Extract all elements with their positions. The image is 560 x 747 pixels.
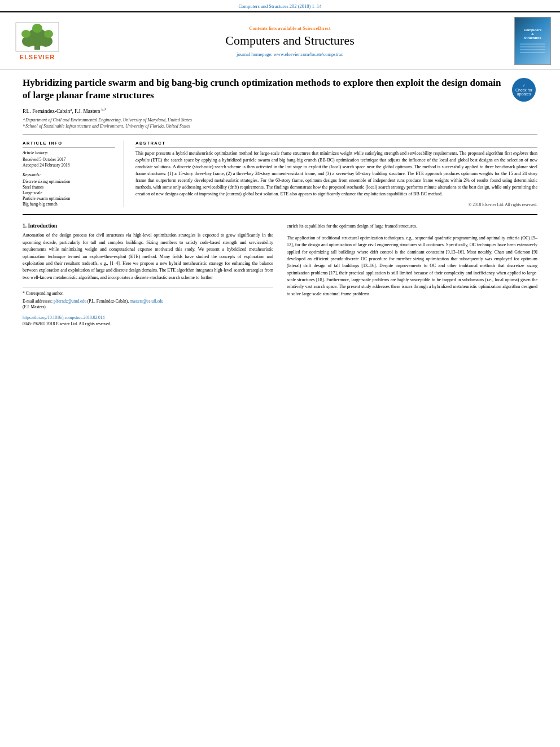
svg-point-6 — [32, 24, 42, 33]
journal-center-info: Contents lists available at ScienceDirec… — [71, 25, 509, 57]
author2-name: F.J. Masters — [75, 108, 100, 114]
intro-para2: enrich its capabilities for the optimum … — [287, 223, 537, 230]
article-title-section: Hybridizing particle swarm and big bang-… — [23, 77, 537, 102]
keyword-4: Particle swarm optimization — [23, 196, 115, 201]
author1-name: P.L. Fernández-Cabán — [23, 108, 70, 114]
authors-line: P.L. Fernández-Cabána, F.J. Masters b,* — [23, 107, 537, 114]
body-two-col: 1. Introduction Automation of the design… — [23, 223, 537, 327]
top-journal-link[interactable]: Computers and Structures 202 (2018) 1–14 — [0, 0, 560, 11]
corresponding-note: * Corresponding author. — [23, 291, 273, 297]
sciencedirect-line: Contents lists available at ScienceDirec… — [71, 25, 509, 31]
body-left-col: 1. Introduction Automation of the design… — [23, 223, 273, 327]
svg-point-4 — [21, 30, 30, 38]
top-journal-text: Computers and Structures 202 (2018) 1–14 — [238, 3, 321, 9]
copyright-line: © 2018 Elsevier Ltd. All rights reserved… — [135, 202, 537, 207]
divider-after-affiliations — [23, 134, 537, 135]
article-info-label: ARTICLE INFO — [23, 141, 115, 148]
history-label: Article history: — [23, 150, 115, 155]
footnote-section: * Corresponding author. E-mail addresses… — [23, 287, 273, 311]
sciencedirect-brand[interactable]: ScienceDirect — [303, 25, 330, 31]
journal-cover: Computers&Structures — [514, 17, 551, 65]
keyword-5: Big bang-big crunch — [23, 202, 115, 207]
svg-point-5 — [44, 30, 53, 38]
email1-link[interactable]: plferndz@umd.edu — [54, 299, 86, 304]
check-updates-text: ✓Check forupdates — [515, 84, 532, 96]
keywords-label: Keywords: — [23, 172, 115, 177]
keyword-2: Steel frames — [23, 185, 115, 190]
email2-link[interactable]: masters@ce.ufl.edu — [130, 299, 163, 304]
intro-para1: Automation of the design process for civ… — [23, 232, 273, 281]
keyword-1: Discrete sizing optimization — [23, 179, 115, 184]
email-note: E-mail addresses: plferndz@umd.edu (P.L.… — [23, 299, 273, 311]
cover-title-text: Computers&Structures — [524, 28, 542, 41]
elsevier-logo: ELSEVIER — [9, 21, 65, 60]
cover-image: Computers&Structures — [514, 17, 551, 65]
homepage-prefix: journal homepage: — [237, 51, 274, 57]
email1-author: (P.L. Fernández-Cabán), — [88, 299, 129, 304]
body-content: 1. Introduction Automation of the design… — [23, 214, 537, 327]
journal-homepage: journal homepage: www.elsevier.com/locat… — [71, 51, 509, 57]
page: Computers and Structures 202 (2018) 1–14… — [0, 0, 560, 747]
cover-decoration-icon — [520, 42, 545, 54]
intro-para3: The application of traditional structura… — [287, 235, 537, 298]
email-label: E-mail addresses: — [23, 299, 54, 304]
keyword-3: Large-scale — [23, 190, 115, 195]
author1-sup: a — [70, 107, 72, 112]
email2-suffix: (F.J. Masters). — [23, 304, 47, 309]
check-badge: ✓Check forupdates — [512, 78, 537, 102]
doi-link[interactable]: https://doi.org/10.1016/j.compstruc.2018… — [23, 315, 273, 320]
abstract-text: This paper presents a hybrid metaheurist… — [135, 150, 537, 198]
article-history: Article history: Received 5 October 2017… — [23, 150, 115, 168]
info-abstract-section: ARTICLE INFO Article history: Received 5… — [23, 141, 537, 207]
issn-line: 0045-7949/© 2018 Elsevier Ltd. All right… — [23, 321, 273, 326]
homepage-url[interactable]: www.elsevier.com/locate/compstruc — [274, 51, 343, 57]
doi-section: https://doi.org/10.1016/j.compstruc.2018… — [23, 315, 273, 326]
article-title: Hybridizing particle swarm and big bang-… — [23, 77, 506, 102]
elsevier-tree-icon — [15, 21, 60, 53]
body-right-col: enrich its capabilities for the optimum … — [287, 223, 537, 327]
keywords-section: Keywords: Discrete sizing optimization S… — [23, 172, 115, 207]
doi-url[interactable]: https://doi.org/10.1016/j.compstruc.2018… — [23, 315, 104, 320]
abstract-column: ABSTRACT This paper presents a hybrid me… — [135, 141, 537, 207]
journal-title-header: Computers and Structures — [71, 33, 509, 48]
affiliation-a: ᵃ Department of Civil and Environmental … — [23, 117, 537, 123]
check-updates-badge: ✓Check forupdates — [512, 78, 536, 102]
journal-header: ELSEVIER Contents lists available at Sci… — [0, 11, 560, 70]
main-content: Hybridizing particle swarm and big bang-… — [0, 70, 560, 339]
elsevier-wordmark: ELSEVIER — [20, 54, 55, 60]
article-info-column: ARTICLE INFO Article history: Received 5… — [23, 141, 124, 207]
article-title-wrapper: Hybridizing particle swarm and big bang-… — [23, 77, 506, 102]
received-date: Received 5 October 2017 — [23, 157, 115, 162]
affiliation-b: ᵇ School of Sustainable Infrastructure a… — [23, 124, 537, 129]
sciencedirect-prefix: Contents lists available at — [249, 25, 303, 31]
author2-sup: b,* — [102, 107, 107, 112]
accepted-date: Accepted 24 February 2018 — [23, 163, 115, 168]
abstract-label: ABSTRACT — [135, 141, 537, 148]
intro-heading: 1. Introduction — [23, 223, 273, 229]
